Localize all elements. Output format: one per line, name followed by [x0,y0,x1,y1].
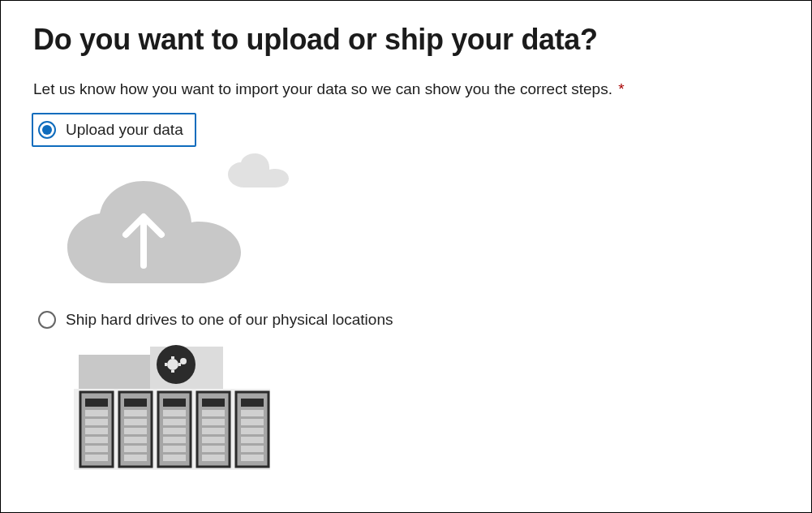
svg-rect-49 [241,399,264,407]
svg-rect-16 [85,428,108,434]
svg-rect-42 [202,419,225,425]
svg-rect-22 [124,399,147,407]
required-indicator: * [618,80,624,97]
svg-rect-45 [202,446,225,452]
svg-rect-26 [124,437,147,443]
svg-rect-23 [124,410,147,416]
svg-rect-8 [165,363,167,366]
svg-rect-46 [202,455,225,461]
svg-rect-53 [241,437,264,443]
svg-rect-43 [202,428,225,434]
svg-rect-44 [202,437,225,443]
svg-rect-33 [163,419,186,425]
svg-rect-52 [241,428,264,434]
radio-dot-icon [42,125,52,135]
radio-circle-icon [38,121,56,139]
svg-rect-13 [85,399,108,407]
svg-rect-50 [241,410,264,416]
svg-rect-36 [163,446,186,452]
datacenter-icon [62,340,281,474]
svg-rect-17 [85,437,108,443]
page-title: Do you want to upload or ship your data? [33,21,779,58]
radio-option-upload-label: Upload your data [66,121,183,139]
radio-option-upload[interactable]: Upload your data [32,113,196,147]
svg-rect-37 [163,455,186,461]
ship-illustration [62,340,779,474]
svg-rect-6 [171,356,174,359]
radio-option-ship-label: Ship hard drives to one of our physical … [66,311,393,329]
svg-rect-54 [241,446,264,452]
svg-rect-51 [241,419,264,425]
svg-rect-15 [85,419,108,425]
radio-circle-icon [38,311,56,329]
svg-rect-19 [85,455,108,461]
cloud-upload-icon [62,176,246,290]
svg-rect-41 [202,410,225,416]
svg-rect-32 [163,410,186,416]
svg-rect-9 [178,363,181,366]
instruction-text: Let us know how you want to import your … [33,80,779,98]
svg-point-5 [180,358,187,364]
svg-rect-14 [85,410,108,416]
svg-rect-28 [124,455,147,461]
svg-rect-35 [163,437,186,443]
svg-rect-25 [124,428,147,434]
svg-point-4 [167,359,178,370]
svg-rect-55 [241,455,264,461]
svg-rect-40 [202,399,225,407]
svg-rect-24 [124,419,147,425]
instruction-text-body: Let us know how you want to import your … [33,80,612,97]
svg-rect-27 [124,446,147,452]
svg-rect-18 [85,446,108,452]
svg-rect-34 [163,428,186,434]
svg-rect-31 [163,399,186,407]
radio-option-ship[interactable]: Ship hard drives to one of our physical … [33,304,404,335]
svg-rect-7 [171,370,174,373]
svg-rect-1 [79,355,152,392]
upload-illustration [62,152,779,290]
